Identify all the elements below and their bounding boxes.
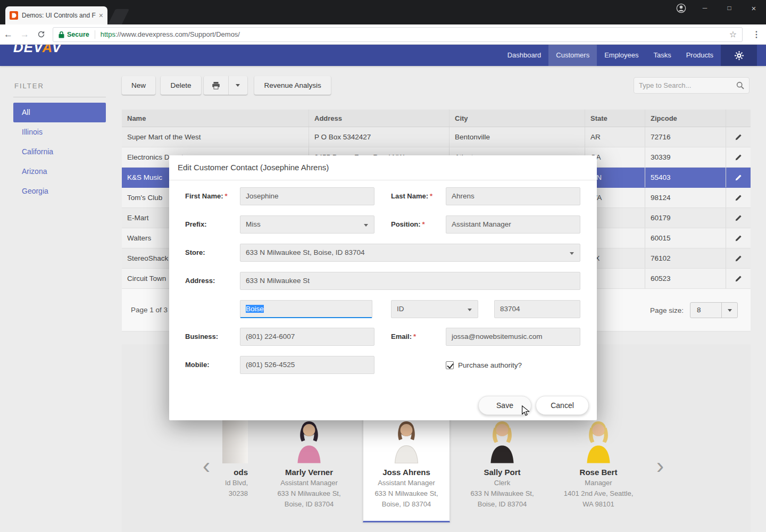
- last-name-input[interactable]: Ahrens: [446, 187, 580, 205]
- employee-address-line2: WA 98101: [555, 499, 642, 510]
- state-select[interactable]: ID: [391, 300, 478, 318]
- zipcode-input[interactable]: 83704: [494, 300, 580, 318]
- carousel-next-button[interactable]: ›: [656, 455, 664, 477]
- column-header-address[interactable]: Address: [309, 110, 449, 127]
- secure-chip[interactable]: Secure: [59, 31, 89, 38]
- close-window-button[interactable]: ×: [742, 0, 766, 16]
- employee-photo: [265, 419, 353, 463]
- sidebar-item-arizona[interactable]: Arizona: [13, 162, 106, 181]
- nav-customers[interactable]: Customers: [548, 45, 597, 66]
- nav-products[interactable]: Products: [679, 45, 721, 66]
- first-name-label: First Name:*: [185, 187, 228, 205]
- logo-part2: A: [43, 45, 52, 55]
- browser-menu-icon[interactable]: ⋮: [747, 29, 766, 39]
- position-input[interactable]: Assistant Manager: [446, 215, 580, 234]
- employee-card[interactable]: Marly Verner Assistant Manager 633 N Mil…: [265, 419, 353, 510]
- nav-tasks[interactable]: Tasks: [646, 45, 678, 66]
- url-rest: ://www.devexpress.com/Support/Demos/: [115, 30, 240, 38]
- edit-row-button[interactable]: [726, 127, 751, 147]
- edit-row-button[interactable]: [726, 248, 751, 268]
- employee-card[interactable]: Sally Port Clerk 633 N Milwaukee St, Boi…: [459, 419, 546, 510]
- search-icon[interactable]: [736, 81, 744, 89]
- sidebar-item-illinois[interactable]: Illinois: [13, 122, 106, 142]
- settings-button[interactable]: [721, 45, 757, 66]
- printer-icon: [212, 81, 220, 90]
- address-field[interactable]: Secure https://www.devexpress.com/Suppor…: [53, 27, 743, 42]
- print-dropdown-button[interactable]: [228, 76, 247, 95]
- employee-photo: [555, 419, 642, 463]
- employee-position: Manager: [555, 478, 642, 488]
- cell-state: AR: [585, 127, 645, 147]
- table-header-row: Name Address City State Zipcode: [122, 110, 751, 127]
- profile-icon[interactable]: [669, 3, 693, 13]
- print-button[interactable]: [204, 76, 228, 95]
- browser-window: Demos: UI Controls and F × ─ □ × ← →: [0, 0, 766, 532]
- pencil-icon: [735, 154, 742, 161]
- caret-down-icon: [570, 252, 574, 255]
- address-input[interactable]: 633 N Milwaukee St: [240, 272, 580, 290]
- store-select[interactable]: 633 N Milwaukee St, Boise, ID 83704: [240, 244, 580, 262]
- employee-card-partial[interactable]: ods ld Blvd, 30238: [222, 419, 248, 499]
- edit-row-button[interactable]: [726, 228, 751, 248]
- mobile-label: Mobile:: [185, 356, 210, 374]
- edit-row-button[interactable]: [726, 147, 751, 167]
- forward-icon[interactable]: →: [16, 29, 33, 40]
- table-row[interactable]: Super Mart of the West P O Box 5342427 B…: [122, 127, 751, 147]
- new-tab-button[interactable]: [108, 9, 129, 24]
- edit-row-button[interactable]: [726, 168, 751, 187]
- column-header-name[interactable]: Name: [122, 110, 309, 127]
- cancel-button[interactable]: Cancel: [536, 396, 589, 415]
- carousel-prev-button[interactable]: ‹: [203, 455, 210, 477]
- column-header-city[interactable]: City: [449, 110, 585, 127]
- search-input[interactable]: [639, 81, 736, 89]
- back-icon[interactable]: ←: [0, 29, 16, 40]
- url-text: https://www.devexpress.com/Support/Demos…: [101, 30, 240, 38]
- browser-tab[interactable]: Demos: UI Controls and F ×: [5, 6, 107, 24]
- selected-text: Boise: [246, 305, 264, 313]
- page-size-select[interactable]: 8: [690, 302, 738, 318]
- column-header-zipcode[interactable]: Zipcode: [645, 110, 726, 127]
- city-input[interactable]: Boise: [240, 300, 372, 318]
- filter-sidebar: FILTER All Illinois California Arizona G…: [13, 74, 106, 201]
- maximize-button[interactable]: □: [717, 0, 742, 16]
- edit-row-button[interactable]: [726, 188, 751, 207]
- favicon: [10, 11, 18, 20]
- nav-employees[interactable]: Employees: [597, 45, 646, 66]
- delete-button[interactable]: Delete: [161, 76, 201, 95]
- mobile-phone-input[interactable]: (801) 526-4525: [240, 356, 374, 374]
- filter-list: All Illinois California Arizona Georgia: [13, 103, 106, 201]
- prefix-select[interactable]: Miss: [240, 215, 374, 234]
- new-button[interactable]: New: [122, 76, 155, 95]
- minimize-button[interactable]: ─: [693, 0, 717, 16]
- cell-name: Super Mart of the West: [122, 127, 309, 147]
- employee-name: ods: [222, 467, 248, 478]
- edit-row-button[interactable]: [726, 269, 751, 288]
- column-header-state[interactable]: State: [585, 110, 645, 127]
- employee-card[interactable]: Rose Bert Manager 1401 2nd Ave, Seattle,…: [555, 419, 642, 510]
- page-size-label: Page size:: [650, 306, 684, 314]
- employee-name: Joss Ahrens: [363, 467, 449, 478]
- edit-row-button[interactable]: [726, 208, 751, 228]
- sidebar-item-california[interactable]: California: [13, 142, 106, 162]
- required-marker: *: [422, 220, 425, 228]
- email-input[interactable]: jossa@nowebsitemusic.com: [446, 328, 580, 346]
- employee-address-line1: 1401 2nd Ave, Seattle,: [555, 488, 642, 499]
- business-phone-input[interactable]: (801) 224-6007: [240, 328, 374, 346]
- employee-photo: [222, 419, 248, 463]
- sidebar-item-all[interactable]: All: [13, 103, 106, 122]
- nav-dashboard[interactable]: Dashboard: [500, 45, 549, 66]
- first-name-input[interactable]: Josephine: [240, 187, 374, 205]
- bookmark-star-icon[interactable]: ☆: [729, 29, 737, 39]
- refresh-icon[interactable]: [33, 29, 49, 40]
- revenue-analysis-button[interactable]: Revenue Analysis: [254, 76, 330, 95]
- purchase-authority-checkbox[interactable]: Purchase authority?: [446, 356, 522, 374]
- cell-zipcode: 30339: [645, 147, 726, 167]
- sidebar-item-georgia[interactable]: Georgia: [13, 181, 106, 201]
- tab-close-icon[interactable]: ×: [99, 12, 103, 19]
- employee-card-selected[interactable]: Joss Ahrens Assistant Manager 633 N Milw…: [363, 418, 450, 522]
- search-box[interactable]: [634, 77, 750, 94]
- employee-address-line2: Boise, ID 83704: [363, 499, 449, 510]
- checkbox-checked-icon[interactable]: [446, 361, 454, 369]
- cell-zipcode: 72716: [645, 127, 726, 147]
- employee-address-line2: Boise, ID 83704: [459, 499, 546, 510]
